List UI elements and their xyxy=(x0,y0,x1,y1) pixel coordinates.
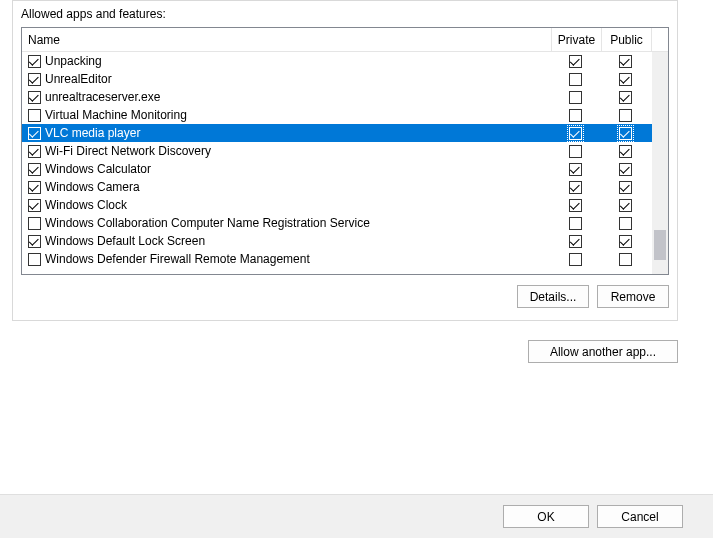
ok-button[interactable]: OK xyxy=(503,505,589,528)
scroll-thumb[interactable] xyxy=(654,230,666,260)
private-checkbox[interactable] xyxy=(569,163,582,176)
enable-checkbox[interactable] xyxy=(28,163,41,176)
app-name-label: VLC media player xyxy=(45,126,552,140)
enable-checkbox[interactable] xyxy=(28,127,41,140)
enable-checkbox[interactable] xyxy=(28,55,41,68)
public-checkbox[interactable] xyxy=(619,163,632,176)
app-name-label: Unpacking xyxy=(45,54,552,68)
app-name-label: Windows Collaboration Computer Name Regi… xyxy=(45,216,552,230)
public-checkbox[interactable] xyxy=(619,253,632,266)
enable-checkbox[interactable] xyxy=(28,199,41,212)
remove-button[interactable]: Remove xyxy=(597,285,669,308)
public-checkbox[interactable] xyxy=(619,199,632,212)
enable-checkbox[interactable] xyxy=(28,73,41,86)
table-row[interactable]: Wi-Fi Direct Network Discovery xyxy=(22,142,668,160)
app-name-label: Windows Defender Firewall Remote Managem… xyxy=(45,252,552,266)
public-checkbox[interactable] xyxy=(619,127,632,140)
private-checkbox[interactable] xyxy=(569,199,582,212)
table-row[interactable]: Virtual Machine Monitoring xyxy=(22,106,668,124)
table-row[interactable]: Windows Camera xyxy=(22,178,668,196)
private-checkbox[interactable] xyxy=(569,91,582,104)
private-checkbox[interactable] xyxy=(569,127,582,140)
allowed-apps-panel: Allowed apps and features: Name Private … xyxy=(12,0,678,321)
table-row[interactable]: Windows Clock xyxy=(22,196,668,214)
allow-another-app-button[interactable]: Allow another app... xyxy=(528,340,678,363)
list-button-row: Details... Remove xyxy=(21,285,669,308)
enable-checkbox[interactable] xyxy=(28,235,41,248)
public-checkbox[interactable] xyxy=(619,145,632,158)
table-row[interactable]: Windows Default Lock Screen xyxy=(22,232,668,250)
app-name-label: unrealtraceserver.exe xyxy=(45,90,552,104)
table-row[interactable]: Windows Defender Firewall Remote Managem… xyxy=(22,250,668,268)
table-row[interactable]: unrealtraceserver.exe xyxy=(22,88,668,106)
table-row[interactable]: Unpacking xyxy=(22,52,668,70)
private-checkbox[interactable] xyxy=(569,145,582,158)
public-checkbox[interactable] xyxy=(619,55,632,68)
enable-checkbox[interactable] xyxy=(28,217,41,230)
column-header-private[interactable]: Private xyxy=(552,28,602,51)
app-name-label: Windows Clock xyxy=(45,198,552,212)
app-name-label: Wi-Fi Direct Network Discovery xyxy=(45,144,552,158)
app-name-label: Virtual Machine Monitoring xyxy=(45,108,552,122)
private-checkbox[interactable] xyxy=(569,217,582,230)
list-header: Name Private Public xyxy=(22,28,668,52)
public-checkbox[interactable] xyxy=(619,217,632,230)
cancel-button[interactable]: Cancel xyxy=(597,505,683,528)
details-button[interactable]: Details... xyxy=(517,285,589,308)
enable-checkbox[interactable] xyxy=(28,253,41,266)
private-checkbox[interactable] xyxy=(569,55,582,68)
dialog-footer: OK Cancel xyxy=(0,494,713,538)
table-row[interactable]: Windows Calculator xyxy=(22,160,668,178)
column-header-name[interactable]: Name xyxy=(22,28,552,51)
enable-checkbox[interactable] xyxy=(28,181,41,194)
enable-checkbox[interactable] xyxy=(28,145,41,158)
public-checkbox[interactable] xyxy=(619,235,632,248)
app-name-label: Windows Calculator xyxy=(45,162,552,176)
private-checkbox[interactable] xyxy=(569,235,582,248)
list-body: UnpackingUnrealEditorunrealtraceserver.e… xyxy=(22,52,668,274)
public-checkbox[interactable] xyxy=(619,91,632,104)
app-name-label: Windows Camera xyxy=(45,180,552,194)
table-row[interactable]: Windows Collaboration Computer Name Regi… xyxy=(22,214,668,232)
vertical-scrollbar[interactable] xyxy=(652,52,668,274)
private-checkbox[interactable] xyxy=(569,181,582,194)
table-row[interactable]: VLC media player xyxy=(22,124,668,142)
apps-listbox[interactable]: Name Private Public UnpackingUnrealEdito… xyxy=(21,27,669,275)
private-checkbox[interactable] xyxy=(569,73,582,86)
private-checkbox[interactable] xyxy=(569,253,582,266)
table-row[interactable]: UnrealEditor xyxy=(22,70,668,88)
public-checkbox[interactable] xyxy=(619,73,632,86)
panel-label: Allowed apps and features: xyxy=(21,7,669,21)
public-checkbox[interactable] xyxy=(619,109,632,122)
app-name-label: UnrealEditor xyxy=(45,72,552,86)
column-header-public[interactable]: Public xyxy=(602,28,652,51)
enable-checkbox[interactable] xyxy=(28,91,41,104)
private-checkbox[interactable] xyxy=(569,109,582,122)
app-name-label: Windows Default Lock Screen xyxy=(45,234,552,248)
enable-checkbox[interactable] xyxy=(28,109,41,122)
allow-another-row: Allow another app... xyxy=(12,340,678,363)
public-checkbox[interactable] xyxy=(619,181,632,194)
